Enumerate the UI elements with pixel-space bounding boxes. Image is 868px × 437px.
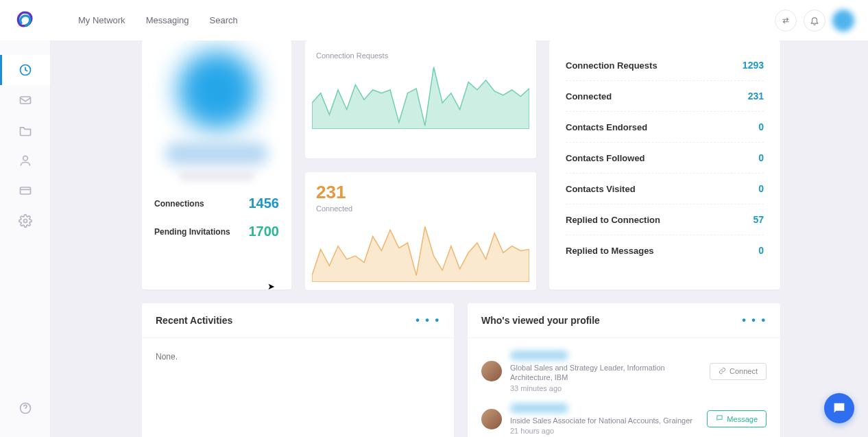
recent-title: Recent Activities [156,315,232,326]
viewer-name [510,351,568,360]
chart-connected-value: 231 [316,182,529,203]
stat-label: Contacts Followed [566,153,645,163]
bell-icon[interactable] [804,10,825,32]
viewer-info: Global Sales and Strategy Leader, Inform… [510,351,701,392]
chat-launcher[interactable] [824,393,854,423]
profile-name [165,142,268,165]
sidebar-dashboard[interactable] [0,55,50,85]
nav-search[interactable]: Search [210,15,238,25]
chart-requests-label: Connection Requests [316,51,529,60]
viewers-more-icon[interactable]: • • • [742,314,767,327]
viewer-time: 33 minutes ago [510,384,701,392]
stat-row: Replied to Messages0 [566,235,764,265]
action-label: Message [727,415,758,423]
stat-row: Connected231 [566,81,764,112]
sidebar-mail[interactable] [0,85,50,115]
viewers-title: Who's viewed your profile [481,315,600,326]
chart-connected-plot [312,217,529,282]
stat-row: Contacts Visited0 [566,174,764,204]
stat-row: Contacts Endorsed0 [566,112,764,143]
profile-stats: Connections 1456 Pending Invitations 170… [142,196,291,252]
viewer-avatar [481,409,502,429]
stat-label: Contacts Visited [566,184,636,194]
chart-connected: 231 Connected [305,172,536,290]
chart-connected-label: Connected [316,204,529,213]
action-label: Connect [730,367,758,375]
topbar: My Network Messaging Search [0,0,868,40]
sidebar-help[interactable] [0,393,50,423]
stat-value: 0 [758,152,764,163]
nav-messaging[interactable]: Messaging [146,15,189,25]
stat-value: 0 [758,121,764,132]
stat-value: 1293 [743,60,764,71]
viewer-avatar [481,361,502,381]
viewer-info: Inside Sales Associate for National Acco… [510,403,699,435]
stat-row: Contacts Followed0 [566,143,764,174]
recent-activities-card: Recent Activities • • • None. [142,303,454,437]
recent-empty: None. [156,352,178,362]
viewer-title: Global Sales and Strategy Leader, Inform… [510,363,701,383]
pending-label: Pending Invitations [154,227,230,237]
stat-value: 231 [748,91,764,102]
viewer-row: Global Sales and Strategy Leader, Inform… [481,345,767,398]
chat-icon [716,414,723,423]
stat-label: Connection Requests [566,60,658,71]
viewers-card: Who's viewed your profile • • • Global S… [468,303,780,437]
stat-value: 0 [758,245,764,256]
user-avatar[interactable] [832,10,854,32]
svg-point-4 [23,220,27,223]
stat-value: 0 [758,183,764,194]
svg-rect-3 [20,187,30,194]
sidebar-contacts[interactable] [0,145,50,176]
sidebar [0,0,51,437]
stats-card: Connection Requests1293Connected231Conta… [549,40,780,290]
stat-label: Replied to Connection [566,215,660,225]
top-nav: My Network Messaging Search [78,15,238,25]
stat-value: 57 [753,214,764,225]
app-logo[interactable] [12,8,37,33]
svg-rect-1 [20,97,30,104]
svg-point-2 [23,156,27,161]
connections-label: Connections [154,199,204,209]
viewer-name [510,403,568,413]
viewer-time: 21 hours ago [510,427,699,435]
pending-value: 1700 [249,224,280,239]
stat-row: Replied to Connection57 [566,204,764,235]
recent-more-icon[interactable]: • • • [415,314,440,327]
viewer-row: Inside Sales Associate for National Acco… [481,398,767,437]
profile-subtitle [179,171,254,180]
swap-icon[interactable] [775,10,797,32]
sidebar-files[interactable] [0,115,50,145]
sidebar-settings[interactable] [0,206,50,236]
stat-row: Connection Requests1293 [566,50,764,81]
message-button[interactable]: Message [707,410,767,427]
topbar-right [775,10,854,32]
connections-value: 1456 [249,196,280,211]
content: Connections 1456 Pending Invitations 170… [51,40,868,437]
link-icon [719,367,726,376]
connect-button[interactable]: Connect [710,363,767,380]
profile-avatar [178,51,256,130]
chart-connection-requests: Connection Requests [305,40,536,158]
profile-card: Connections 1456 Pending Invitations 170… [142,40,291,290]
stat-label: Contacts Endorsed [566,122,647,132]
viewer-title: Inside Sales Associate for National Acco… [510,416,699,425]
stat-label: Connected [566,91,612,102]
chart-requests-plot [312,64,529,129]
sidebar-billing[interactable] [0,176,50,206]
nav-my-network[interactable]: My Network [78,15,125,25]
stat-label: Replied to Messages [566,246,654,256]
